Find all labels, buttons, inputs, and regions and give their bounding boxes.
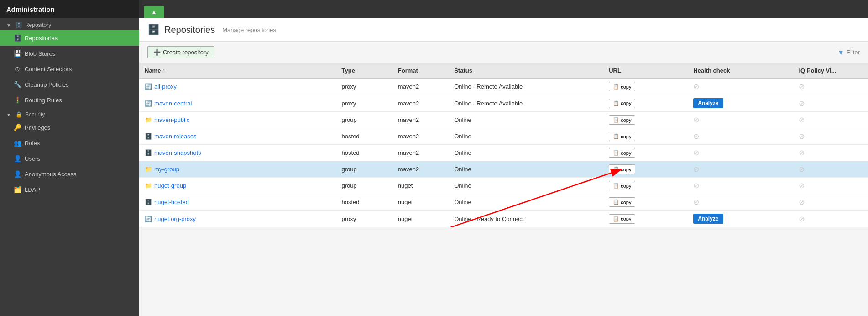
repo-name-link[interactable]: nuget-hosted bbox=[154, 199, 189, 205]
cell-health-check: ⊘ bbox=[688, 145, 793, 161]
sidebar-item-ldap[interactable]: 🗂️ LDAP bbox=[0, 182, 139, 197]
cell-name: 🔄maven-central bbox=[139, 95, 336, 112]
health-check-disabled-icon: ⊘ bbox=[693, 198, 699, 206]
content-selectors-icon: ⊙ bbox=[14, 65, 21, 73]
copy-url-button[interactable]: 📋 copy bbox=[609, 164, 635, 174]
copy-url-button[interactable]: 📋 copy bbox=[609, 214, 635, 224]
col-header-health[interactable]: Health check bbox=[688, 63, 793, 78]
col-header-iq[interactable]: IQ Policy Vi... bbox=[793, 63, 868, 78]
create-repository-button[interactable]: ➕ Create repository bbox=[147, 46, 214, 58]
col-header-url[interactable]: URL bbox=[603, 63, 688, 78]
col-header-type[interactable]: Type bbox=[336, 63, 392, 78]
copy-icon: 📋 bbox=[613, 117, 619, 123]
repo-name-link[interactable]: my-group bbox=[154, 166, 179, 173]
table-row[interactable]: 🔄maven-centralproxymaven2Online - Remote… bbox=[139, 95, 868, 112]
table-row[interactable]: 📁nuget-groupgroupnugetOnline📋 copy⊘⊘ bbox=[139, 178, 868, 194]
sidebar-item-anonymous-access[interactable]: 👤 Anonymous Access bbox=[0, 166, 139, 182]
cell-format: maven2 bbox=[392, 78, 449, 95]
sidebar-item-cleanup-policies-label: Cleanup Policies bbox=[25, 81, 69, 88]
col-type-label: Type bbox=[342, 67, 355, 74]
col-name-label: Name ↑ bbox=[145, 67, 166, 74]
table-row[interactable]: 🔄nuget.org-proxyproxynugetOnline - Ready… bbox=[139, 211, 868, 227]
sidebar-item-users[interactable]: 👤 Users bbox=[0, 151, 139, 166]
copy-icon: 📋 bbox=[613, 216, 619, 222]
col-health-label: Health check bbox=[693, 67, 730, 74]
col-header-format[interactable]: Format bbox=[392, 63, 449, 78]
copy-url-button[interactable]: 📋 copy bbox=[609, 132, 635, 141]
table-row[interactable]: 📁maven-publicgroupmaven2Online📋 copy⊘⊘ bbox=[139, 112, 868, 128]
sidebar-item-roles[interactable]: 👥 Roles bbox=[0, 135, 139, 151]
iq-policy-disabled-icon: ⊘ bbox=[799, 215, 805, 223]
repo-name-link[interactable]: maven-releases bbox=[154, 133, 197, 140]
cell-type: proxy bbox=[336, 78, 392, 95]
cell-name: 🗄️maven-snapshots bbox=[139, 145, 336, 161]
repo-name-link[interactable]: maven-public bbox=[154, 116, 189, 123]
page-header: 🗄️ Repositories Manage repositories bbox=[139, 18, 868, 42]
cell-name: 📁nuget-group bbox=[139, 178, 336, 194]
repo-name-link[interactable]: nuget.org-proxy bbox=[154, 216, 196, 222]
copy-url-button[interactable]: 📋 copy bbox=[609, 82, 635, 91]
table-row[interactable]: 📁my-groupgroupmaven2Online📋 copy⊘⊘ bbox=[139, 161, 868, 178]
cell-status: Online bbox=[449, 128, 603, 145]
table-row[interactable]: 🗄️maven-releaseshostedmaven2Online📋 copy… bbox=[139, 128, 868, 145]
sidebar-section-icon: 🗄️ bbox=[16, 22, 22, 28]
table-row[interactable]: 🗄️nuget-hostedhostednugetOnline📋 copy⊘⊘ bbox=[139, 194, 868, 211]
col-header-name[interactable]: Name ↑ bbox=[139, 63, 336, 78]
table-body: 🔄ali-proxyproxymaven2Online - Remote Ava… bbox=[139, 78, 868, 227]
repo-type-icon: 🔄 bbox=[145, 216, 152, 222]
page-subtitle: Manage repositories bbox=[222, 26, 276, 33]
sidebar-section-security-icon: 🔒 bbox=[16, 111, 22, 118]
col-header-status[interactable]: Status bbox=[449, 63, 603, 78]
sidebar-section-repository[interactable]: ▼ 🗄️ Repository bbox=[0, 18, 139, 30]
sidebar-item-routing-rules[interactable]: 🚦 Routing Rules bbox=[0, 92, 139, 108]
health-check-disabled-icon: ⊘ bbox=[693, 83, 699, 90]
copy-url-button[interactable]: 📋 copy bbox=[609, 181, 635, 190]
copy-url-button[interactable]: 📋 copy bbox=[609, 148, 635, 158]
copy-url-button[interactable]: 📋 copy bbox=[609, 115, 635, 125]
sidebar-item-repositories[interactable]: 🗄️ Repositories bbox=[0, 30, 139, 46]
filter-icon: ▼ bbox=[837, 48, 844, 56]
repo-type-icon: 📁 bbox=[145, 116, 152, 123]
repo-name-link[interactable]: nuget-group bbox=[154, 182, 186, 189]
iq-policy-disabled-icon: ⊘ bbox=[799, 83, 805, 90]
cleanup-policies-icon: 🔧 bbox=[14, 81, 21, 88]
copy-url-button[interactable]: 📋 copy bbox=[609, 99, 635, 108]
sidebar-section-security-label: Security bbox=[25, 111, 45, 118]
col-iq-label: IQ Policy Vi... bbox=[799, 67, 836, 74]
repo-name-link[interactable]: maven-central bbox=[154, 100, 192, 107]
col-status-label: Status bbox=[454, 67, 472, 74]
topbar-tab[interactable]: ▲ bbox=[144, 6, 164, 18]
analyze-button[interactable]: Analyze bbox=[693, 214, 723, 224]
sidebar-item-privileges[interactable]: 🔑 Privileges bbox=[0, 120, 139, 135]
main-content: ▲ 🗄️ Repositories Manage repositories ➕ … bbox=[139, 0, 868, 316]
sidebar-title: Administration bbox=[6, 5, 55, 13]
table-row[interactable]: 🗄️maven-snapshotshostedmaven2Online📋 cop… bbox=[139, 145, 868, 161]
cell-url: 📋 copy bbox=[603, 178, 688, 194]
col-format-label: Format bbox=[398, 67, 418, 74]
users-icon: 👤 bbox=[14, 155, 21, 162]
analyze-button[interactable]: Analyze bbox=[693, 98, 723, 108]
cell-iq-policy: ⊘ bbox=[793, 128, 868, 145]
sidebar-item-ldap-label: LDAP bbox=[25, 186, 40, 193]
sidebar-item-cleanup-policies[interactable]: 🔧 Cleanup Policies bbox=[0, 77, 139, 92]
copy-url-button[interactable]: 📋 copy bbox=[609, 197, 635, 207]
table-row[interactable]: 🔄ali-proxyproxymaven2Online - Remote Ava… bbox=[139, 78, 868, 95]
repo-name-link[interactable]: ali-proxy bbox=[154, 83, 177, 90]
cell-iq-policy: ⊘ bbox=[793, 145, 868, 161]
cell-name: 🔄ali-proxy bbox=[139, 78, 336, 95]
sidebar-item-blob-stores[interactable]: 💾 Blob Stores bbox=[0, 46, 139, 61]
topbar-tab-label: ▲ bbox=[151, 9, 157, 16]
copy-icon: 📋 bbox=[613, 150, 619, 156]
sidebar-item-content-selectors[interactable]: ⊙ Content Selectors bbox=[0, 61, 139, 77]
copy-icon: 📋 bbox=[613, 133, 619, 139]
iq-policy-disabled-icon: ⊘ bbox=[799, 198, 805, 206]
repository-icon: 🗄️ bbox=[14, 34, 21, 42]
iq-policy-disabled-icon: ⊘ bbox=[799, 149, 805, 157]
repo-name-link[interactable]: maven-snapshots bbox=[154, 149, 201, 156]
cell-health-check: Analyze bbox=[688, 211, 793, 227]
cell-health-check: ⊘ bbox=[688, 194, 793, 211]
cell-format: maven2 bbox=[392, 161, 449, 178]
sidebar-section-security[interactable]: ▼ 🔒 Security bbox=[0, 108, 139, 120]
cell-status: Online bbox=[449, 178, 603, 194]
repo-type-icon: 🔄 bbox=[145, 100, 152, 107]
